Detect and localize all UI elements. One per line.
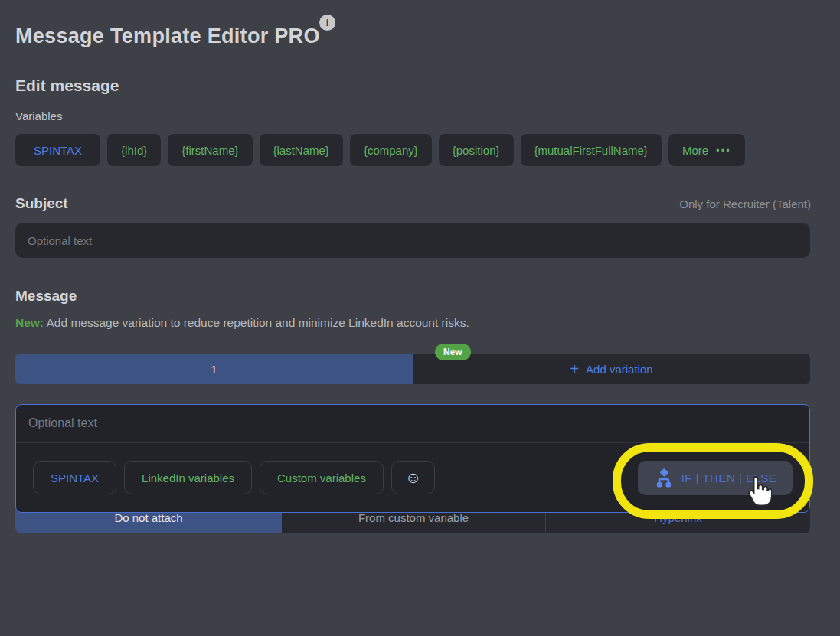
variables-chip-row: SPINTAX {lhId} {firstName} {lastName} {c… [15, 134, 745, 166]
edit-message-heading: Edit message [15, 77, 119, 95]
chip-lastname[interactable]: {lastName} [260, 134, 343, 166]
variation-tabbar: 1 + Add variation [15, 354, 810, 384]
editor-divider [16, 442, 809, 443]
ellipsis-icon: ••• [716, 145, 731, 156]
message-editor-panel: SPINTAX LinkedIn variables Custom variab… [15, 404, 810, 513]
chip-company[interactable]: {company} [350, 134, 432, 166]
subject-input[interactable] [15, 223, 810, 258]
new-hint-text: Add message variation to reduce repetiti… [44, 316, 469, 329]
chip-mutualfirstfullname[interactable]: {mutualFirstFullName} [521, 134, 662, 166]
editor-spintax-button[interactable]: SPINTAX [33, 461, 116, 494]
variables-label: Variables [15, 109, 62, 122]
editor-custom-variables-button[interactable]: Custom variables [260, 461, 384, 494]
chip-firstname[interactable]: {firstName} [168, 134, 252, 166]
add-variation-button[interactable]: + Add variation [413, 354, 810, 384]
chip-lhid[interactable]: {lhId} [107, 134, 161, 166]
subject-heading: Subject [15, 195, 68, 212]
chip-more[interactable]: More ••• [668, 134, 745, 166]
message-new-hint: New: Add message variation to reduce rep… [15, 316, 469, 330]
editor-toolbar: SPINTAX LinkedIn variables Custom variab… [33, 461, 435, 494]
page-title: Message Template Editor PRO [15, 24, 320, 48]
chip-more-label: More [682, 144, 708, 157]
variation-tab-1[interactable]: 1 [15, 354, 413, 384]
editor-linkedin-variables-button[interactable]: LinkedIn variables [124, 461, 252, 494]
chip-position[interactable]: {position} [439, 134, 514, 166]
info-icon[interactable]: i [319, 15, 335, 31]
chip-spintax[interactable]: SPINTAX [15, 134, 100, 166]
decision-tree-icon [654, 468, 674, 488]
add-variation-label: Add variation [586, 363, 653, 376]
new-badge: New [435, 344, 471, 360]
if-then-else-button[interactable]: IF | THEN | ELSE [638, 461, 793, 495]
message-heading: Message [15, 288, 77, 305]
subject-note: Only for Recruiter (Talent) [679, 197, 811, 210]
message-template-editor: Message Template Editor PRO i Edit messa… [0, 0, 840, 636]
message-input[interactable] [18, 406, 806, 440]
if-then-else-label: IF | THEN | ELSE [681, 471, 777, 484]
new-prefix: New: [15, 316, 44, 329]
smiley-icon: ☺ [405, 468, 421, 487]
emoji-picker-button[interactable]: ☺ [391, 461, 435, 494]
plus-icon: + [570, 361, 579, 377]
